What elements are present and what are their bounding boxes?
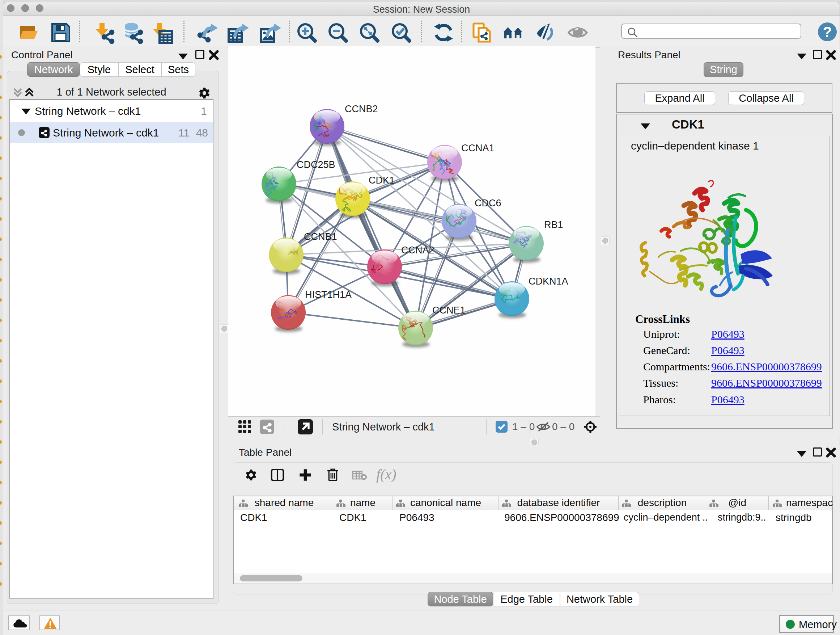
svg-text:CCNE1: CCNE1 — [432, 305, 466, 316]
svg-text:?: ? — [823, 24, 832, 40]
svg-text:HIST1H1A: HIST1H1A — [305, 289, 352, 300]
svg-text:RB1: RB1 — [544, 219, 563, 230]
svg-text:CCNA2: CCNA2 — [401, 245, 434, 256]
svg-text:CDKN1A: CDKN1A — [529, 276, 568, 287]
svg-text:CDC25B: CDC25B — [297, 159, 335, 170]
svg-text:CCNA1: CCNA1 — [461, 143, 494, 154]
svg-text:CCNB1: CCNB1 — [304, 231, 337, 242]
svg-text:CCNB2: CCNB2 — [345, 103, 378, 114]
svg-text:CDK1: CDK1 — [369, 175, 395, 186]
svg-text:CDC6: CDC6 — [475, 198, 501, 209]
